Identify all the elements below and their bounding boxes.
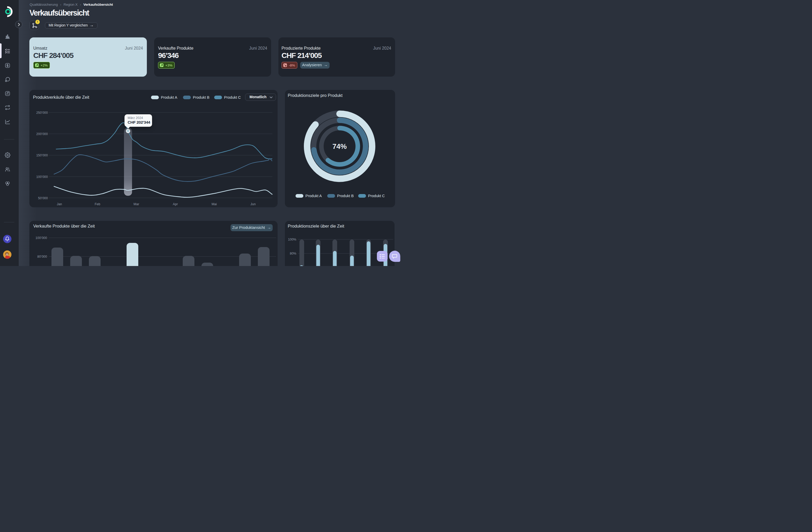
svg-text:Mar: Mar [134,202,139,206]
svg-text:150’000: 150’000 [37,153,48,157]
svg-text:Apr: Apr [173,202,178,206]
svg-text:250’000: 250’000 [37,111,48,115]
svg-text:100’000: 100’000 [37,175,48,179]
svg-text:74%: 74% [332,142,347,150]
svg-text:Jan: Jan [57,202,62,206]
svg-text:Jun: Jun [250,202,256,206]
svg-text:200’000: 200’000 [37,132,48,136]
svg-text:50’000: 50’000 [38,196,48,200]
svg-text:Feb: Feb [95,202,100,206]
svg-text:Mai: Mai [212,202,217,206]
